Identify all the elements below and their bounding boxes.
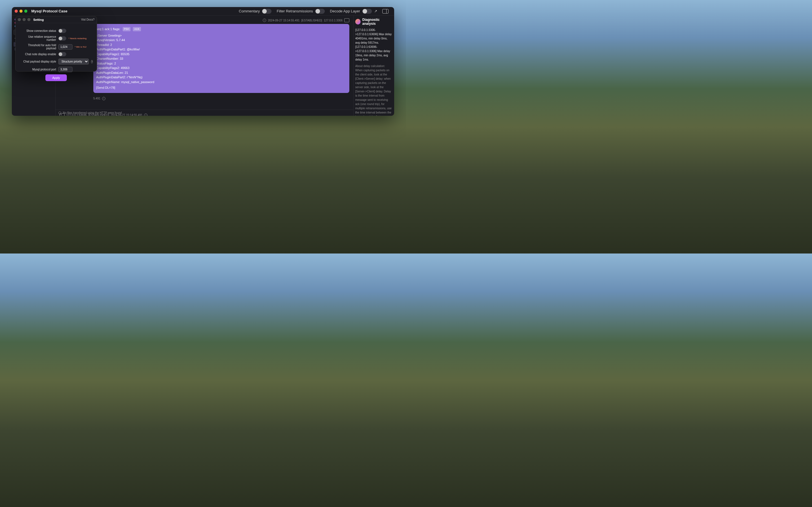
setting-show-connection: Show connection status [19, 29, 93, 33]
setting-label: Use relative sequence number [19, 35, 56, 41]
minimize-icon[interactable] [19, 10, 22, 13]
decode-toggle[interactable] [362, 9, 372, 14]
diagnostic-title: Diagnostic analysis [362, 18, 393, 25]
help-icon[interactable]: ? [91, 60, 93, 63]
chat-area: i 2024-09-27 15:14:55.491 [ESTABLISHED] … [56, 15, 353, 116]
maximize-icon[interactable] [28, 18, 31, 21]
flag-badge: ACK [133, 27, 141, 32]
message-meta: i 2024-09-27 15:14:55.491 [ESTABLISHED] … [59, 18, 349, 22]
apply-button[interactable]: Apply [45, 74, 67, 81]
meta-time: 2024-09-27 15:14:55.491 [268, 19, 299, 22]
setting-label: Show connection status [19, 29, 56, 33]
filter-label: Filter Retransmissions [276, 9, 313, 13]
diagnostic-header: Diagnostic analysis [355, 18, 393, 25]
min-note: * Min is 512 [75, 46, 87, 48]
payload-line: AuthPluginDataPart1: @ko96w/ [96, 47, 347, 52]
decode-label: Decode App Layer [330, 9, 360, 13]
payload-line: ThreadId: 2 [96, 43, 347, 47]
diag-p1: [127.0.0.1:3306->127.0.0.1:63696] Max de… [355, 29, 392, 44]
window-title: Mysql Protocol Case [31, 9, 67, 13]
computer-icon [344, 18, 349, 22]
titlebar: Mysql Protocol Case Commentary Filter Re… [12, 7, 394, 15]
toolbar-commentary[interactable]: Commentary [239, 9, 271, 14]
modal-traffic-lights [18, 18, 31, 21]
info-icon[interactable]: i [263, 18, 266, 22]
search-icon[interactable] [58, 112, 61, 114]
payload-line: AuthPluginDataPart2: r"NmN^Nq) [96, 75, 347, 80]
payload-line: CapabilityFlags1: 65535 [96, 52, 347, 57]
setting-threshold: Threshold for auto fold payload * Min is… [19, 44, 93, 50]
info-icon[interactable]: i [102, 97, 105, 100]
commentary-toggle[interactable] [262, 9, 271, 14]
toolbar-decode[interactable]: Decode App Layer ↗ [330, 9, 377, 14]
close-icon[interactable] [15, 10, 18, 13]
payload-line: AuthPluginDataLen: 21 [96, 70, 347, 75]
payload-line: CapabilityFlags2: 49663 [96, 66, 347, 70]
payload-line: AuthPluginName: mysql_native_password [96, 80, 347, 84]
diagnostic-text: [127.0.0.1:3306->127.0.0.1:63696] Max de… [355, 28, 393, 62]
restart-note: * Needs restarting [68, 37, 87, 40]
setting-label: Mysql protocol port [19, 68, 56, 71]
visit-docs-link[interactable]: Vist Docs? [81, 18, 94, 21]
toolbar: Commentary Filter Retransmissions Decode… [239, 9, 389, 14]
tcp-icon [355, 19, 361, 24]
modal-titlebar: Setting Vist Docs? [15, 16, 97, 23]
meta-state: [ESTABLISHED] [301, 19, 322, 22]
diag-p2: [127.0.0.1:63696->127.0.0.1:3306] Max de… [355, 45, 390, 61]
setting-label: Chat note display enable [19, 53, 56, 56]
chat-panel: i 2024-09-27 15:14:55.491 [ESTABLISHED] … [56, 15, 353, 116]
payload-line: <Server Greeting> [96, 33, 347, 38]
seq-ack-flags: seq:1 ack:1 flags: [96, 27, 120, 32]
setting-chat-note: Chat note display enable [19, 52, 93, 56]
toolbar-filter[interactable]: Filter Retransmissions [276, 9, 325, 14]
bubble-header: seq:1 ack:1 flags: PSH ACK [96, 27, 347, 32]
maximize-icon[interactable] [24, 10, 28, 13]
filter-toggle[interactable] [315, 9, 325, 14]
setting-label: Chat payload display style [19, 60, 56, 63]
send-dl: [Send DL=78] [96, 86, 347, 90]
setting-mysql-port: Mysql protocol port [19, 67, 93, 72]
traffic-lights [15, 10, 28, 13]
payload-line: StatusFlags: 2 [96, 61, 347, 66]
show-connection-toggle[interactable] [58, 29, 66, 33]
minimize-icon[interactable] [22, 18, 26, 21]
threshold-input[interactable] [58, 44, 72, 50]
setting-relative-seq: Use relative sequence number * Needs res… [19, 35, 93, 41]
commentary-label: Commentary [239, 9, 260, 13]
status-text: No files transferred using the HTTP were… [63, 111, 122, 114]
diag-p3: About delay calculation: When capturing … [355, 64, 393, 116]
meta-addr: 127.0.0.1:3306 [324, 19, 343, 22]
message-bubble-server[interactable]: seq:1 ack:1 flags: PSH ACK <Server Greet… [93, 24, 349, 93]
relative-seq-toggle[interactable] [58, 36, 66, 41]
payload-style-select[interactable]: Structure priority [58, 59, 89, 64]
settings-body: Show connection status Use relative sequ… [15, 23, 97, 87]
diagnostic-panel: Diagnostic analysis [127.0.0.1:3306->127… [353, 15, 394, 116]
payload-line: MysqlVersion: 5.7.44 [96, 38, 347, 43]
setting-label: Threshold for auto fold payload [19, 44, 56, 50]
chat-note-toggle[interactable] [58, 52, 66, 56]
setting-payload-style: Chat payload display style Structure pri… [19, 59, 93, 64]
settings-title: Setting [33, 18, 44, 21]
external-link-icon[interactable]: ↗ [374, 9, 377, 13]
message-meta-partial: 5.491 i [59, 97, 349, 100]
settings-modal: Setting Vist Docs? Show connection statu… [15, 16, 97, 71]
close-icon[interactable] [18, 18, 21, 21]
meta-time: 5.491 [93, 97, 100, 100]
status-bar: No files transferred using the HTTP were… [56, 110, 353, 116]
panel-toggle-icon[interactable] [382, 9, 389, 13]
mysql-port-input[interactable] [58, 67, 72, 72]
payload-line: CharsetNumber: 33 [96, 56, 347, 61]
flag-badge: PSH [123, 27, 131, 32]
